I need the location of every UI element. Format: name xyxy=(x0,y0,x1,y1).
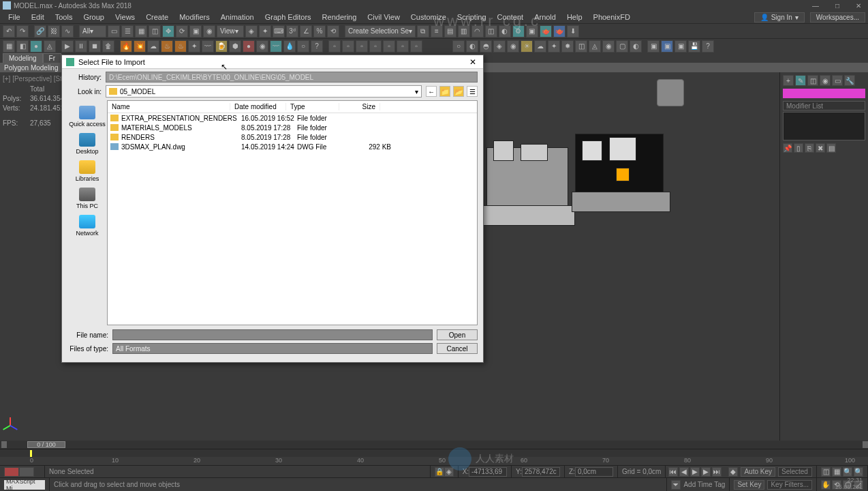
show-end-icon[interactable]: ▯ xyxy=(794,143,803,153)
fur-icon[interactable]: ✸ xyxy=(561,40,574,53)
stop-sim-icon[interactable]: ● xyxy=(243,40,255,53)
motion-tab-icon[interactable]: ◉ xyxy=(820,75,831,86)
pivot-icon[interactable]: ◈ xyxy=(245,25,258,38)
vr-icon-d[interactable]: ▫ xyxy=(369,40,382,53)
workspaces-dropdown[interactable]: Workspaces... xyxy=(810,12,865,23)
menu-modifiers[interactable]: Modifiers xyxy=(174,13,215,21)
render-prod-icon[interactable]: 🫖 xyxy=(553,25,565,38)
make-unique-icon[interactable]: ⎘ xyxy=(805,143,814,153)
pan-icon[interactable]: ✋ xyxy=(821,480,831,490)
window-crossing-icon[interactable]: ◫ xyxy=(149,25,161,38)
ribbon-tab-fr[interactable]: Fr xyxy=(43,53,61,63)
time-slider[interactable]: 0 / 100 xyxy=(0,441,868,449)
vfb-icon[interactable]: ▢ xyxy=(616,40,628,53)
vray-save-icon[interactable]: 💾 xyxy=(688,40,700,53)
dialog-close-button[interactable]: ✕ xyxy=(467,57,479,67)
sky-icon[interactable]: ☁ xyxy=(534,40,546,53)
transform-y-input[interactable] xyxy=(522,467,560,477)
menu-phoenixfd[interactable]: PhoenixFD xyxy=(588,13,636,21)
menu-civil-view[interactable]: Civil View xyxy=(362,13,405,21)
menu-rendering[interactable]: Rendering xyxy=(317,13,362,21)
timeline-delete-icon[interactable]: 🗑 xyxy=(102,40,114,53)
selection-filter-dropdown[interactable]: All ▾ xyxy=(79,25,106,38)
file-row[interactable]: 3DSMAX_PLAN.dwg14.05.2019 14:24DWG File2… xyxy=(108,142,477,151)
ocean-icon[interactable]: 〰 xyxy=(270,40,282,53)
menu-views[interactable]: Views xyxy=(110,13,140,21)
light-dome-icon[interactable]: ◓ xyxy=(480,40,492,53)
time-slider-handle[interactable]: 0 / 100 xyxy=(27,441,65,448)
back-icon[interactable]: ← xyxy=(426,86,437,97)
menu-animation[interactable]: Animation xyxy=(215,13,260,21)
play-icon[interactable]: ▶ xyxy=(690,467,700,477)
mat-icon[interactable]: ◐ xyxy=(630,40,642,53)
manipulate-icon[interactable]: ✦ xyxy=(259,25,271,38)
history-dropdown[interactable]: D:\Ecem\ONLINE_CEKIMLER\BYTE\00_ONLINE\E… xyxy=(106,72,478,83)
open-button[interactable]: Open xyxy=(437,329,478,340)
unlink-icon[interactable]: ⛓ xyxy=(48,25,60,38)
mirror-icon[interactable]: ⧉ xyxy=(417,25,429,38)
pin-stack-icon[interactable]: 📌 xyxy=(783,143,792,153)
percent-snap-icon[interactable]: % xyxy=(313,25,326,38)
quick-access[interactable]: Quick access xyxy=(67,104,107,129)
display-tab-icon[interactable]: ▭ xyxy=(832,75,843,86)
wind-icon[interactable]: 〰 xyxy=(202,40,214,53)
fluid-icon[interactable]: ♨ xyxy=(161,40,173,53)
view-mode-icon[interactable]: ☰ xyxy=(467,86,478,97)
inst-icon[interactable]: ◬ xyxy=(589,40,601,53)
key-track[interactable] xyxy=(0,449,868,457)
hierarchy-tab-icon[interactable]: ◫ xyxy=(807,75,818,86)
prev-frame-icon[interactable]: ◀ xyxy=(679,467,689,477)
splash-icon[interactable]: 💧 xyxy=(283,40,296,53)
vr-icon-e[interactable]: ▫ xyxy=(383,40,395,53)
lock-selection-icon[interactable]: 🔒 xyxy=(435,467,444,477)
render-icon[interactable]: 🫖 xyxy=(540,25,552,38)
timeline-pause-icon[interactable]: ⏸ xyxy=(75,40,87,53)
window-minimize[interactable]: — xyxy=(808,2,823,10)
viewcube[interactable] xyxy=(657,79,684,106)
select-scale-icon[interactable]: ▣ xyxy=(189,25,202,38)
lookin-dropdown[interactable]: 05_MODEL ▾ xyxy=(106,85,422,98)
set-key-button[interactable]: Set Key xyxy=(734,480,764,490)
vray-rt-icon[interactable]: ▣ xyxy=(675,40,687,53)
clipper-icon[interactable]: ◫ xyxy=(575,40,587,53)
smoke-icon[interactable]: ☁ xyxy=(147,40,159,53)
key-filter-selected-dropdown[interactable]: Selected xyxy=(778,467,812,477)
angle-snap-icon[interactable]: ∠ xyxy=(300,25,312,38)
sphere-icon[interactable]: ● xyxy=(30,40,42,53)
menu-group[interactable]: Group xyxy=(78,13,110,21)
quick-network[interactable]: Network xyxy=(74,213,99,238)
fire-icon[interactable]: 🔥 xyxy=(120,40,132,53)
menu-file[interactable]: File xyxy=(3,13,26,21)
named-selection-dropdown[interactable]: Create Selection Se ▾ xyxy=(345,25,416,38)
key-mode-icon[interactable]: ◆ xyxy=(728,467,738,477)
utilities-tab-icon[interactable]: 🔧 xyxy=(844,75,855,86)
modifier-stack[interactable] xyxy=(783,112,865,140)
zoom-ext-icon[interactable]: 🔍 xyxy=(843,467,852,477)
grid-icon[interactable]: ▦ xyxy=(3,40,15,53)
window-close[interactable]: ✕ xyxy=(852,2,865,10)
menu-graph-editors[interactable]: Graph Editors xyxy=(260,13,317,21)
select-name-icon[interactable]: ☰ xyxy=(121,25,134,38)
proxy-icon[interactable]: ✦ xyxy=(548,40,560,53)
select-region-rect-icon[interactable]: ▦ xyxy=(135,25,147,38)
spinner-snap-icon[interactable]: ⟲ xyxy=(327,25,339,38)
help-icon[interactable]: ? xyxy=(311,40,323,53)
bind-icon[interactable]: ∿ xyxy=(61,25,74,38)
keyboard-shortcut-icon[interactable]: ⌨ xyxy=(273,25,285,38)
select-icon[interactable]: ▭ xyxy=(108,25,120,38)
col-size[interactable]: Size xyxy=(339,103,380,110)
light-ies-icon[interactable]: ◉ xyxy=(507,40,519,53)
viewport-label[interactable]: [+] [Perspective] [Stan xyxy=(3,75,69,83)
menu-help[interactable]: Help xyxy=(561,13,588,21)
app-store-icon[interactable]: ⬇ xyxy=(567,25,579,38)
select-rotate-icon[interactable]: ⟳ xyxy=(176,25,188,38)
flame-icon[interactable]: ♨ xyxy=(174,40,187,53)
face-icon[interactable]: ◧ xyxy=(16,40,29,53)
vray-frame-icon[interactable]: ▣ xyxy=(661,40,673,53)
object-color-swatch[interactable] xyxy=(783,89,865,98)
col-name[interactable]: Name xyxy=(108,103,230,110)
file-row[interactable]: EXTRA_PRESENTATION_RENDERS16.05.2019 16:… xyxy=(108,113,477,123)
menu-edit[interactable]: Edit xyxy=(26,13,50,21)
vr-icon-b[interactable]: ▫ xyxy=(342,40,354,53)
snap-3d-icon[interactable]: 3ᵈ xyxy=(286,25,298,38)
